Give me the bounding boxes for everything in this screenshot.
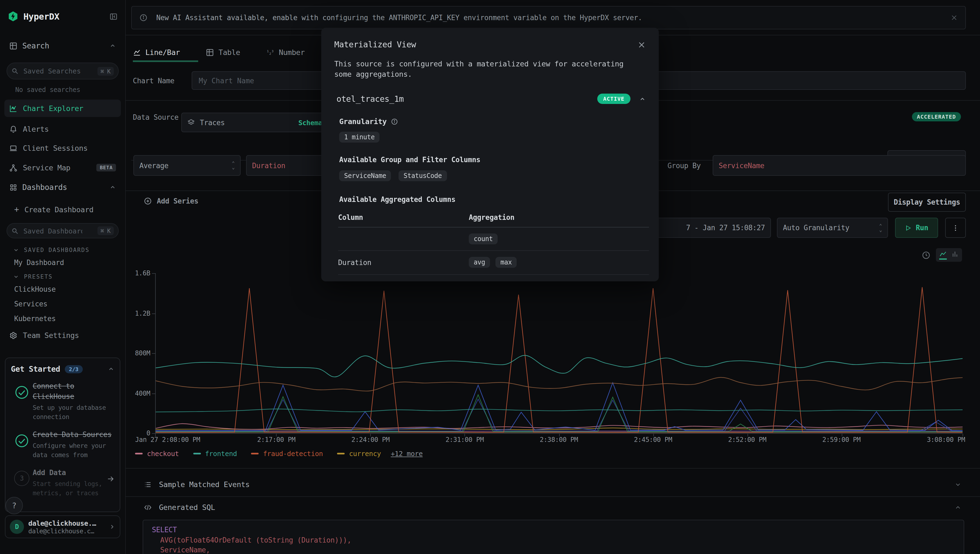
x-tick <box>747 434 748 436</box>
line-view-toggle-icon[interactable] <box>939 250 947 259</box>
clock-icon[interactable] <box>922 251 931 259</box>
chart-name-label: Chart Name <box>133 77 174 85</box>
presets-section[interactable]: PRESETS <box>0 272 125 281</box>
tab-table[interactable]: Table <box>206 48 240 57</box>
saved-searches-field[interactable] <box>22 66 83 76</box>
legend-item-currency[interactable]: currency <box>337 449 381 458</box>
chevron-up-icon[interactable] <box>639 96 646 102</box>
display-settings-button[interactable]: Display Settings <box>888 193 966 212</box>
get-started-steps: Connect to ClickHouse Set up your databa… <box>11 381 114 498</box>
dash-shortcut-hint: ⌘ K <box>97 226 114 235</box>
granularity-chip: 1 minute <box>339 132 379 143</box>
legend-item-frontend[interactable]: frontend <box>193 449 237 458</box>
chart-explorer-icon <box>9 104 18 112</box>
sidebar-item-preset-services[interactable]: Services <box>0 299 125 309</box>
tab-line-bar[interactable]: Line/Bar <box>133 48 180 57</box>
sidebar-item-chart-explorer[interactable]: Chart Explorer <box>4 100 121 117</box>
search-group-icon <box>9 41 18 50</box>
sidebar-group-dashboards[interactable]: Dashboards <box>0 180 125 195</box>
help-button[interactable]: ? <box>5 497 23 514</box>
chart-explorer-label: Chart Explorer <box>23 104 83 113</box>
chevron-up-icon[interactable] <box>108 366 114 372</box>
sidebar-item-service-map[interactable]: Service Map BETA <box>0 159 125 176</box>
select-updown-icon: ⌃⌃ <box>879 223 882 232</box>
aggregate-value: Average <box>139 161 169 170</box>
banner-text: New AI Assistant available, enable with … <box>156 14 642 22</box>
group-by-input[interactable]: ServiceName <box>713 155 966 176</box>
y-tick <box>152 273 155 274</box>
saved-dashboards-section[interactable]: SAVED DASHBOARDS <box>0 245 125 255</box>
legend-swatch <box>193 453 201 454</box>
sidebar-collapse-icon[interactable] <box>110 12 118 21</box>
sql-code-block[interactable]: SELECT AVG(toFloat64OrDefault (toString … <box>143 520 964 554</box>
sidebar-item-create-dashboard[interactable]: + Create Dashboard <box>0 202 125 217</box>
legend-swatch <box>135 453 143 454</box>
legend-label: frontend <box>205 449 237 458</box>
sidebar-item-client-sessions[interactable]: Client Sessions <box>0 139 125 157</box>
list-icon <box>144 480 152 489</box>
schema-link[interactable]: Schema <box>298 118 322 127</box>
close-icon[interactable] <box>637 41 646 49</box>
filter-chips: ServiceNameStatusCode <box>321 164 659 181</box>
run-button[interactable]: Run <box>895 218 938 238</box>
chart-series-unnamed-purple <box>155 431 962 431</box>
chart-series-unnamed-brown <box>155 377 962 391</box>
get-started-step[interactable]: 3 Add Data Start sending logs, metrics, … <box>11 468 114 498</box>
arrow-right-icon[interactable] <box>107 468 114 498</box>
sidebar-item-alerts[interactable]: Alerts <box>0 120 125 138</box>
service-map-label: Service Map <box>23 163 70 172</box>
saved-dashboards-field[interactable] <box>22 226 83 236</box>
kebab-icon <box>952 224 959 232</box>
chevron-down-icon <box>13 274 19 279</box>
granularity-select[interactable]: Auto Granularity ⌃⌃ <box>777 218 888 238</box>
create-dashboard-label: Create Dashboard <box>24 205 94 214</box>
sidebar-item-my-dashboard[interactable]: My Dashboard <box>0 258 125 267</box>
filter-column-chip: StatusCode <box>399 170 447 181</box>
group-by-value: ServiceName <box>719 161 764 170</box>
chart-series-unnamed-blue-2 <box>155 399 962 431</box>
chart-type-tabs: Line/Bar Table 123 Number <box>133 45 339 60</box>
aggregation-chips: avgmax <box>469 257 517 268</box>
add-series-button[interactable]: Add Series <box>144 197 198 205</box>
more-options-button[interactable] <box>945 218 966 238</box>
modal-description: This source is configured with a materia… <box>321 49 641 80</box>
legend-label: currency <box>349 449 381 458</box>
x-tick-label: Jan 27 2:08:00 PM <box>134 436 201 444</box>
data-source-select[interactable]: Traces Schema <box>181 113 328 132</box>
saved-searches-input[interactable]: ⌘ K <box>6 62 119 80</box>
service-map-icon <box>9 164 18 172</box>
gear-icon <box>9 331 18 339</box>
generated-sql-section[interactable]: Generated SQL <box>125 497 980 517</box>
sidebar-item-preset-clickhouse[interactable]: ClickHouse <box>0 284 125 294</box>
table-icon <box>206 48 214 56</box>
hyperdx-logo-icon <box>8 11 19 22</box>
legend-item-fraud-detection[interactable]: fraud-detection <box>251 449 323 458</box>
x-tick-label: 2:52:00 PM <box>727 436 767 444</box>
sample-matched-events-section[interactable]: Sample Matched Events <box>125 472 980 496</box>
plus-circle-icon <box>144 197 152 205</box>
close-icon[interactable] <box>951 14 958 21</box>
get-started-step[interactable]: Create Data Sources Configure where your… <box>11 429 114 460</box>
y-tick <box>152 314 155 314</box>
sidebar-item-preset-kubernetes[interactable]: Kubernetes <box>0 314 125 323</box>
tab-number[interactable]: 123 Number <box>266 48 304 57</box>
aggregation-chip: avg <box>469 257 490 268</box>
legend-item-checkout[interactable]: checkout <box>135 449 179 458</box>
chart-plot[interactable] <box>155 273 962 434</box>
sidebar-group-search[interactable]: Search <box>0 38 125 53</box>
aggregation-column: Duration <box>338 258 469 266</box>
get-started-header[interactable]: Get Started 2/3 <box>11 365 114 373</box>
preset-label: ClickHouse <box>14 285 56 293</box>
saved-dashboards-input[interactable]: ⌘ K <box>6 223 119 238</box>
legend-more-link[interactable]: +12 more <box>390 449 422 458</box>
user-card[interactable]: D dale@clickhouse.… dale@clickhouse.c… <box>5 515 120 538</box>
get-started-step[interactable]: Connect to ClickHouse Set up your databa… <box>11 381 114 422</box>
bar-view-toggle-icon[interactable] <box>951 250 959 259</box>
aggregate-select[interactable]: Average ⌃⌃ <box>133 155 241 176</box>
sql-line: AVG(toFloat64OrDefault (toString (Durati… <box>152 535 955 545</box>
alerts-label: Alerts <box>23 125 49 133</box>
chevron-down-icon <box>955 481 961 488</box>
chart-series-unnamed-blue-1 <box>155 382 962 430</box>
sidebar-item-team-settings[interactable]: Team Settings <box>0 326 125 344</box>
legend-swatch <box>251 453 259 454</box>
